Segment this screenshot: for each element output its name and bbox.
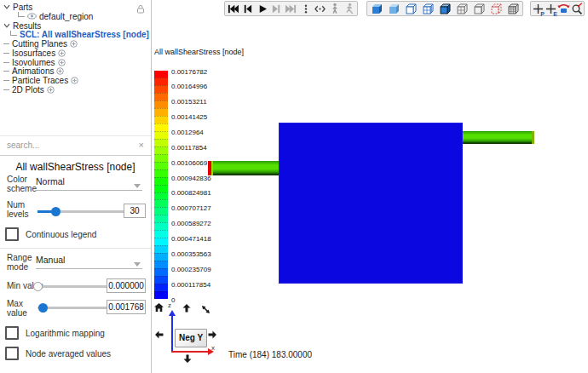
pick-element-icon[interactable]: E bbox=[545, 3, 557, 15]
axis-x bbox=[171, 351, 209, 353]
cube-wireframe-mesh-icon[interactable] bbox=[453, 3, 470, 15]
step-back-icon[interactable] bbox=[240, 3, 255, 15]
tree-item-cutting-planes[interactable]: Cutting Planes bbox=[0, 39, 151, 49]
tree-connector bbox=[3, 53, 9, 54]
jump-to-first-icon[interactable] bbox=[226, 3, 240, 15]
tree-item-isosurfaces[interactable]: Isosurfaces bbox=[0, 49, 151, 58]
max-value-slider-handle[interactable] bbox=[38, 303, 48, 313]
legend-tick-label: 0.000353563 bbox=[171, 250, 211, 258]
toolbar-animation-group bbox=[224, 1, 358, 16]
axis-z-label: z bbox=[168, 301, 171, 309]
num-levels-slider[interactable] bbox=[37, 210, 124, 213]
zoom-area-icon[interactable] bbox=[570, 3, 583, 15]
tree-item-particle-traces[interactable]: Particle Traces bbox=[0, 76, 151, 85]
chevron-down-icon[interactable] bbox=[134, 262, 141, 267]
visibility-icon[interactable] bbox=[27, 13, 37, 20]
run-mode-icon[interactable] bbox=[342, 3, 356, 15]
cube-shaded-icon[interactable] bbox=[368, 3, 385, 15]
legend-band bbox=[154, 261, 168, 268]
add-icon[interactable] bbox=[47, 86, 55, 94]
tree-item-results[interactable]: Results bbox=[0, 21, 151, 31]
caret-down-icon[interactable] bbox=[3, 21, 10, 31]
tree-item-animations[interactable]: Animations bbox=[0, 67, 151, 77]
jump-to-last-icon[interactable] bbox=[284, 3, 298, 15]
dropdown-underline bbox=[36, 190, 142, 191]
legend-band bbox=[154, 215, 168, 222]
add-icon[interactable] bbox=[56, 67, 64, 75]
logarithmic-mapping-checkbox[interactable] bbox=[5, 326, 19, 340]
legend-band bbox=[154, 199, 168, 207]
max-value-slider[interactable] bbox=[37, 307, 107, 309]
add-icon[interactable] bbox=[71, 77, 78, 84]
legend-band bbox=[154, 284, 168, 291]
rotate-diagonal-icon[interactable] bbox=[201, 305, 210, 314]
legend-tick-label: 0.000824981 bbox=[171, 189, 211, 197]
sidebar: Partsdefault_regionResultsSCL: All wallS… bbox=[0, 0, 152, 373]
legend-band bbox=[154, 139, 168, 146]
legend-tick-label: 0.000235709 bbox=[171, 266, 211, 273]
view-rotate-tool-icon[interactable] bbox=[557, 3, 570, 15]
parts-tree: Partsdefault_regionResultsSCL: All wallS… bbox=[0, 0, 151, 136]
pan-down-icon[interactable] bbox=[183, 354, 192, 363]
search-input[interactable] bbox=[0, 136, 133, 154]
min-value-slider-handle[interactable] bbox=[33, 282, 43, 291]
legend-band bbox=[154, 268, 168, 276]
range-mode-dropdown[interactable]: Manual bbox=[36, 255, 65, 265]
cube-dashed-icon[interactable] bbox=[487, 3, 504, 15]
walk-mode-icon[interactable] bbox=[327, 3, 342, 15]
tree-item-2d-plots[interactable]: 2D Plots bbox=[0, 85, 151, 95]
cube-hidden-line-icon[interactable] bbox=[402, 3, 419, 15]
range-mode-label: Range mode bbox=[7, 253, 39, 272]
continuous-legend-checkbox[interactable] bbox=[5, 227, 19, 241]
legend-band bbox=[154, 116, 168, 123]
tree-item-default-region[interactable]: default_region bbox=[0, 12, 151, 21]
cube-mesh-icon[interactable] bbox=[419, 3, 436, 15]
color-scheme-dropdown[interactable]: Normal bbox=[36, 176, 65, 186]
add-icon[interactable] bbox=[58, 59, 66, 66]
add-icon[interactable] bbox=[70, 40, 78, 48]
frame-span-icon[interactable] bbox=[313, 3, 327, 15]
caret-down-icon[interactable] bbox=[3, 3, 10, 12]
view-direction-button[interactable]: Neg Y bbox=[175, 329, 207, 347]
num-levels-input[interactable]: 30 bbox=[124, 204, 146, 218]
more-options-icon[interactable] bbox=[298, 3, 313, 15]
cube-outline-icon[interactable] bbox=[470, 3, 487, 15]
cube-grid-icon[interactable] bbox=[504, 3, 522, 15]
legend-band bbox=[154, 177, 168, 185]
add-icon[interactable] bbox=[58, 49, 66, 57]
node-averaged-checkbox[interactable] bbox=[5, 347, 19, 360]
legend-band bbox=[154, 123, 168, 131]
legend-band bbox=[154, 245, 168, 253]
pipe-end-cap bbox=[532, 131, 534, 144]
legend-band bbox=[154, 185, 168, 192]
play-icon[interactable] bbox=[255, 3, 269, 15]
legend-band bbox=[154, 192, 168, 200]
tree-item-isovolumes[interactable]: Isovolumes bbox=[0, 58, 151, 67]
logarithmic-mapping-label: Logarithmic mapping bbox=[26, 329, 105, 338]
legend-band bbox=[154, 169, 168, 177]
max-value-input[interactable]: 0.001768 bbox=[107, 300, 146, 314]
tree-item-parts[interactable]: Parts bbox=[0, 3, 151, 12]
legend-tick-label: 0.00153211 bbox=[171, 98, 207, 106]
time-label: Time (184) 183.00000 bbox=[228, 350, 312, 359]
pan-up-icon[interactable] bbox=[182, 304, 191, 313]
legend-tick-label: 0.000942836 bbox=[171, 175, 211, 182]
min-value-input[interactable]: 0.000000 bbox=[107, 278, 146, 293]
cube-shaded-edges-icon[interactable] bbox=[436, 3, 453, 15]
step-forward-icon[interactable] bbox=[269, 3, 284, 15]
chevron-down-icon[interactable] bbox=[134, 184, 141, 188]
legend-band bbox=[154, 222, 168, 230]
axis-x-label: x bbox=[211, 344, 215, 352]
cube-smooth-shaded-icon[interactable] bbox=[385, 3, 402, 15]
num-levels-slider-handle[interactable] bbox=[51, 207, 61, 216]
min-value-slider[interactable] bbox=[37, 285, 107, 288]
clear-search-icon[interactable]: × bbox=[139, 140, 144, 150]
home-view-icon[interactable] bbox=[154, 303, 164, 312]
pan-right-icon[interactable] bbox=[208, 330, 216, 339]
pick-point-icon[interactable]: P bbox=[532, 3, 545, 15]
toolbar-pick-group: P E bbox=[530, 1, 585, 16]
dropdown-underline bbox=[36, 268, 142, 269]
tree-item-scl-all-wallshearstress-node-[interactable]: SCL: All wallShearStress [node] bbox=[0, 30, 151, 39]
legend-tick-label: 0.00176782 bbox=[171, 68, 207, 76]
pan-left-icon[interactable] bbox=[155, 330, 164, 339]
